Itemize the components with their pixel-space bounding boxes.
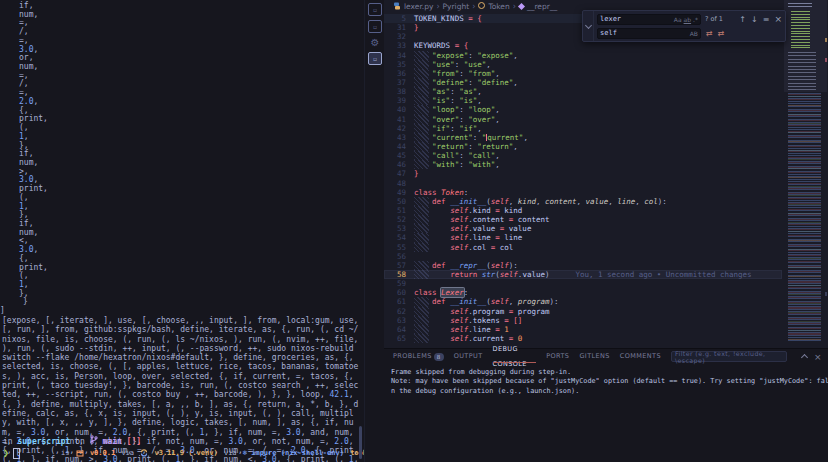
find-input[interactable]: lexer Aa ab .* bbox=[597, 14, 701, 25]
line-number[interactable]: 51 bbox=[384, 206, 406, 215]
line-number[interactable]: 42 bbox=[384, 124, 406, 133]
code-line[interactable]: 47} bbox=[384, 169, 782, 178]
terminal-cursor[interactable] bbox=[13, 448, 20, 459]
terminal-pane[interactable]: if,num,=,/,=,3.0,or,num,=,/,=,2.0,{,prin… bbox=[0, 0, 364, 462]
line-number[interactable]: 35 bbox=[384, 60, 406, 69]
line-number[interactable]: 57 bbox=[384, 261, 406, 270]
code-editor[interactable]: 5TOKEN_KINDS = {31}3233KEYWORDS = {34 "e… bbox=[384, 14, 782, 343]
breadcrumb-item[interactable]: Token bbox=[488, 2, 509, 11]
shell-prompt[interactable]: in superscript on main [!] ❯ is v0.0.1 v… bbox=[3, 435, 380, 459]
window-icon[interactable]: ▫ bbox=[368, 3, 382, 16]
code-line[interactable]: 34 "expose": "expose", bbox=[384, 51, 782, 60]
code-line[interactable]: 54 self.line = line bbox=[384, 233, 782, 242]
console-filter-input[interactable]: Filter (e.g. text, !exclude, \escape) bbox=[671, 351, 787, 362]
panel-icon[interactable]: ▫ bbox=[368, 52, 382, 65]
code-line[interactable]: 61 def __init__(self, program): bbox=[384, 297, 782, 306]
code-line[interactable]: 38 "as": "as", bbox=[384, 87, 782, 96]
code-line[interactable]: 46 "with": "with", bbox=[384, 160, 782, 169]
line-number[interactable]: 62 bbox=[384, 307, 406, 316]
line-number[interactable]: 56 bbox=[384, 252, 406, 261]
code-line[interactable]: 50 def __init__(self, kind, content, val… bbox=[384, 197, 782, 206]
panel-tab-output[interactable]: OUTPUT bbox=[454, 349, 483, 364]
code-line[interactable]: 41 "over": "over", bbox=[384, 115, 782, 124]
close-panel-icon[interactable]: × bbox=[814, 352, 822, 362]
code-line[interactable]: 40 "loop": "loop", bbox=[384, 105, 782, 114]
editor-pane[interactable]: lexer.py›Pyright›Token›__repr__ 5TOKEN_K… bbox=[384, 0, 828, 348]
chevron-up-icon[interactable] bbox=[801, 354, 808, 361]
code-line[interactable]: 48 bbox=[384, 179, 782, 188]
code-line[interactable]: 37 "define": "define", bbox=[384, 78, 782, 87]
line-number[interactable]: 44 bbox=[384, 142, 406, 151]
line-number[interactable]: 38 bbox=[384, 87, 406, 96]
code-line[interactable]: 49class Token: bbox=[384, 188, 782, 197]
line-number[interactable]: 58 bbox=[384, 270, 406, 279]
code-line[interactable]: 65 self.current = 0 bbox=[384, 334, 782, 343]
code-line[interactable]: 64 self.line = 1 bbox=[384, 325, 782, 334]
code-line[interactable]: 56 bbox=[384, 252, 782, 261]
panel-tab-comments[interactable]: COMMENTS bbox=[620, 349, 661, 364]
line-number[interactable]: 52 bbox=[384, 215, 406, 224]
code-line[interactable]: 58 return str(self.value)You, 1 second a… bbox=[384, 270, 782, 279]
line-number[interactable]: 33 bbox=[384, 41, 406, 50]
code-line[interactable]: 33KEYWORDS = { bbox=[384, 41, 782, 50]
code-line[interactable]: 44 "return": "return", bbox=[384, 142, 782, 151]
line-number[interactable]: 43 bbox=[384, 133, 406, 142]
line-number[interactable]: 49 bbox=[384, 188, 406, 197]
line-number[interactable]: 47 bbox=[384, 169, 406, 178]
code-line[interactable]: 53 self.value = value bbox=[384, 224, 782, 233]
regex-icon[interactable]: .* bbox=[693, 16, 698, 23]
previous-match-icon[interactable]: ↑ bbox=[739, 15, 746, 24]
breadcrumb-item[interactable]: lexer.py bbox=[404, 2, 433, 11]
line-number[interactable]: 48 bbox=[384, 179, 406, 188]
replace-all-icon[interactable]: ⇄ bbox=[718, 29, 725, 38]
terminal-scrollbar[interactable] bbox=[359, 426, 362, 459]
code-line[interactable]: 62 self.program = program bbox=[384, 307, 782, 316]
panel-tab-gitlens[interactable]: GITLENS bbox=[579, 349, 609, 364]
line-number[interactable]: 32 bbox=[384, 32, 406, 41]
line-number[interactable]: 46 bbox=[384, 160, 406, 169]
code-line[interactable]: 55 self.col = col bbox=[384, 243, 782, 252]
line-number[interactable]: 65 bbox=[384, 334, 406, 343]
line-number[interactable]: 59 bbox=[384, 279, 406, 288]
line-number[interactable]: 41 bbox=[384, 115, 406, 124]
line-number[interactable]: 60 bbox=[384, 288, 406, 297]
code-line[interactable]: 52 self.content = content bbox=[384, 215, 782, 224]
line-number[interactable]: 64 bbox=[384, 325, 406, 334]
code-line[interactable]: 42 "if": "if", bbox=[384, 124, 782, 133]
code-line[interactable]: 35 "use": "use", bbox=[384, 60, 782, 69]
code-line[interactable]: 57 def __repr__(self): bbox=[384, 261, 782, 270]
replace-one-icon[interactable]: ⇄ bbox=[706, 29, 713, 38]
line-number[interactable]: 45 bbox=[384, 151, 406, 160]
line-number[interactable]: 50 bbox=[384, 197, 406, 206]
line-number[interactable]: 54 bbox=[384, 233, 406, 242]
next-match-icon[interactable]: ↓ bbox=[751, 15, 758, 24]
line-number[interactable]: 31 bbox=[384, 23, 406, 32]
preserve-case-icon[interactable]: AB bbox=[690, 30, 698, 37]
find-in-selection-icon[interactable]: ≡ bbox=[763, 15, 770, 24]
minimap[interactable] bbox=[784, 0, 827, 348]
close-icon[interactable]: × bbox=[774, 14, 782, 24]
code-line[interactable]: 36 "from": "from", bbox=[384, 69, 782, 78]
panel-tab-ports[interactable]: PORTS bbox=[546, 349, 569, 364]
line-number[interactable]: 63 bbox=[384, 316, 406, 325]
settings-gear-icon[interactable]: ⚙ bbox=[369, 37, 381, 48]
line-number[interactable]: 37 bbox=[384, 78, 406, 87]
whole-word-icon[interactable]: ab bbox=[684, 16, 692, 23]
code-line[interactable]: 45 "call": "call", bbox=[384, 151, 782, 160]
panel-tab-problems[interactable]: PROBLEMS8 bbox=[393, 349, 444, 364]
toggle-replace-button[interactable] bbox=[583, 11, 594, 41]
match-case-icon[interactable]: Aa bbox=[674, 16, 682, 23]
code-line[interactable]: 63 self.tokens = [] bbox=[384, 316, 782, 325]
code-line[interactable]: 59 bbox=[384, 279, 782, 288]
breadcrumb-item[interactable]: __repr__ bbox=[527, 2, 557, 11]
breadcrumb-item[interactable]: Pyright bbox=[443, 2, 470, 11]
replace-input[interactable]: self AB bbox=[597, 28, 701, 39]
code-line[interactable]: 39 "is": "is", bbox=[384, 96, 782, 105]
line-number[interactable]: 61 bbox=[384, 297, 406, 306]
line-number[interactable]: 36 bbox=[384, 69, 406, 78]
code-line[interactable]: 60class Lexer: bbox=[384, 288, 782, 297]
line-number[interactable]: 55 bbox=[384, 243, 406, 252]
window-icon[interactable]: ▫ bbox=[368, 20, 382, 33]
line-number[interactable]: 39 bbox=[384, 96, 406, 105]
line-number[interactable]: 53 bbox=[384, 224, 406, 233]
